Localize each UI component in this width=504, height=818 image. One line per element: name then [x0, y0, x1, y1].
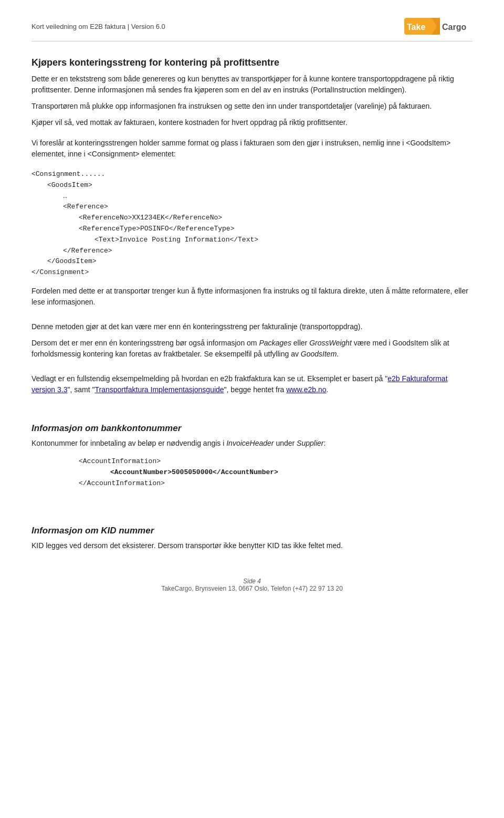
code-block-2: <AccountInformation> <AccountNumber>5005… [79, 456, 472, 489]
link-e2b-no[interactable]: www.e2b.no [286, 385, 326, 394]
code-line-6: <ReferenceType>POSINFO</ReferenceType> [79, 224, 472, 235]
link-e2b-fakturaformat[interactable]: e2b Fakturaformat versjon 3.3 [32, 374, 448, 394]
svg-text:Cargo: Cargo [442, 23, 466, 32]
code-block-1: <Consignment...... <GoodsItem> … <Refere… [32, 169, 472, 278]
section-forslag: Vi foreslår at konteringsstrengen holder… [32, 138, 472, 160]
logo: Take Cargo [404, 16, 472, 37]
code-line-5: <ReferenceNo>XX1234EK</ReferenceNo> [79, 213, 472, 224]
code2-line-2: <AccountNumber>5005050000</AccountNumber… [110, 467, 472, 478]
section-bankkontonummer: Informasjon om bankkontonummer Kontonumm… [32, 422, 472, 489]
section1-heading: Kjøpers konteringsstreng for kontering p… [32, 57, 472, 68]
code-line-7: <Text>Invoice Posting Information</Text> [94, 235, 472, 246]
section4-heading: Informasjon om bankkontonummer [32, 422, 472, 435]
section3-para2: Denne metoden gjør at det kan være mer e… [32, 321, 472, 332]
link-transportfaktura[interactable]: Transportfaktura Implementasjonsguide [94, 385, 224, 394]
section3-para1: Fordelen med dette er at transportør tre… [32, 286, 472, 308]
section-konteringsstreng: Kjøpers konteringsstreng for kontering p… [32, 57, 472, 128]
section5-heading: Informasjon om KID nummer [32, 524, 472, 538]
section1-para2: Transportøren må plukke opp informasjone… [32, 101, 472, 112]
code-line-9: </GoodsItem> [47, 256, 472, 267]
takecargo-logo-icon: Take Cargo [404, 16, 472, 37]
section4-para1: Kontonummer for innbetaling av beløp er … [32, 438, 472, 449]
section3-para3: Dersom det er mer enn én konteringsstren… [32, 338, 472, 360]
page-number: Side 4 [0, 578, 504, 585]
document-title: Kort veiledning om E2B faktura | Version… [32, 23, 165, 30]
section5-para1: KID legges ved dersom det eksisterer. De… [32, 540, 472, 551]
footer-address: TakeCargo, Brynsveien 13, 0667 Oslo, Tel… [0, 585, 504, 592]
section-fordelen: Fordelen med dette er at transportør tre… [32, 286, 472, 395]
code-line-1: <Consignment...... [32, 169, 472, 180]
section1-para1: Dette er en tekststreng som både generer… [32, 74, 472, 96]
section-kid-nummer: Informasjon om KID nummer KID legges ved… [32, 524, 472, 552]
code2-line-1: <AccountInformation> [79, 456, 472, 467]
code-line-8: </Reference> [63, 246, 472, 257]
page-header: Kort veiledning om E2B faktura | Version… [32, 16, 472, 41]
section1-para3: Kjøper vil så, ved mottak av fakturaen, … [32, 117, 472, 128]
svg-text:Take: Take [407, 23, 425, 32]
code-line-10: </Consignment> [32, 267, 472, 278]
code-line-2: <GoodsItem> [47, 180, 472, 191]
code2-line-3: </AccountInformation> [79, 478, 472, 489]
code-line-4: <Reference> [63, 202, 472, 213]
page-footer: Side 4 TakeCargo, Brynsveien 13, 0667 Os… [0, 578, 504, 592]
section2-para1: Vi foreslår at konteringsstrengen holder… [32, 138, 472, 160]
code-line-3: … [63, 191, 472, 202]
section3-para4: Vedlagt er en fullstendig eksempelmeldin… [32, 373, 472, 395]
